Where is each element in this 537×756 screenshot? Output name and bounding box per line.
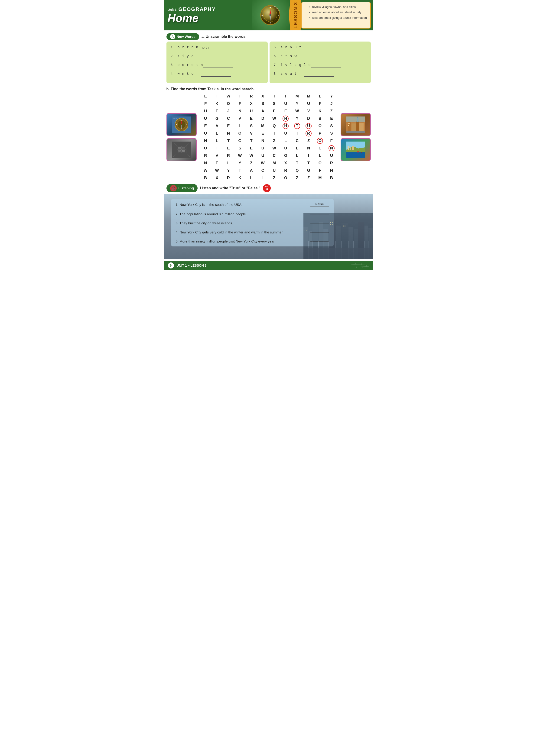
grid-cell: O xyxy=(223,100,234,107)
grid-cell: V xyxy=(211,152,223,159)
svg-rect-82 xyxy=(304,247,373,259)
grid-cell: G xyxy=(234,137,245,145)
grid-cell: T xyxy=(291,159,303,167)
grid-cell: E xyxy=(246,145,257,152)
objectives-box: review villages, towns, and citiesread a… xyxy=(301,2,371,28)
svg-rect-26 xyxy=(178,147,181,149)
question-text: 2. The population is around 8.4 million … xyxy=(176,212,310,216)
listening-header: 🎧 Listening Listen and write "True" or "… xyxy=(166,184,371,192)
grid-cell: B xyxy=(326,174,337,182)
grid-cell: V xyxy=(234,115,245,122)
svg-rect-81 xyxy=(345,226,346,226)
grid-cell: R xyxy=(303,130,314,137)
svg-rect-79 xyxy=(332,224,333,225)
answer-field[interactable]: False xyxy=(310,202,329,207)
svg-line-86 xyxy=(361,263,362,268)
scramble-word: 8. s e a t xyxy=(274,72,304,76)
grid-cell: H xyxy=(280,122,291,130)
new-words-badge: A New Words xyxy=(166,33,199,40)
section-b-header: b. Find the words from Task a. in the wo… xyxy=(166,87,371,91)
grid-cell: S xyxy=(257,100,268,107)
scramble-word: 3. e e r c t n xyxy=(171,63,203,67)
grid-cell: P xyxy=(314,130,326,137)
grid-cell: T xyxy=(268,93,280,100)
grid-cell: T xyxy=(223,137,234,145)
grid-cell: M xyxy=(303,93,314,100)
grid-cell: Y xyxy=(234,159,245,167)
listening-instruction: Listen and write "True" or "False." xyxy=(200,186,261,190)
circled-letter: N xyxy=(328,145,335,151)
objective-item: write an email giving a tourist informat… xyxy=(312,15,367,20)
grid-cell: C xyxy=(314,145,326,152)
grid-cell: R xyxy=(223,174,234,182)
grid-cell: Y xyxy=(291,100,303,107)
grid-cell: I xyxy=(268,130,280,137)
grid-cell: S xyxy=(234,145,245,152)
compass-photo: N S W E D L L xyxy=(166,113,197,136)
svg-line-85 xyxy=(355,263,356,268)
grid-cell: F xyxy=(314,100,326,107)
grid-cell: F xyxy=(314,167,326,174)
scramble-row: 1. o r t n h north xyxy=(171,45,264,50)
scramble-word: 7. i v l a g l e xyxy=(274,63,311,67)
grid-cell: N xyxy=(257,137,268,145)
svg-text:WB: WB xyxy=(265,186,268,188)
listening-section: 🎧 Listening Listen and write "True" or "… xyxy=(164,184,373,259)
grid-cell: B xyxy=(314,115,326,122)
grid-cell: E xyxy=(326,115,337,122)
grid-cell: C xyxy=(268,152,280,159)
grid-cell: Z xyxy=(268,174,280,182)
scramble-word: 6. e t s w xyxy=(274,54,304,58)
answer-field[interactable]: north xyxy=(201,45,231,50)
grid-cell: Z xyxy=(303,137,314,145)
svg-rect-74 xyxy=(306,230,307,231)
grid-cell: O xyxy=(280,152,291,159)
circled-letter: O xyxy=(317,138,323,144)
svg-rect-80 xyxy=(343,226,344,226)
grid-cell: R xyxy=(223,152,234,159)
question-text: 5. More than ninety million people visit… xyxy=(176,239,310,243)
svg-text:D L L: D L L xyxy=(173,118,177,120)
answer-field[interactable] xyxy=(304,71,334,77)
svg-rect-38 xyxy=(359,123,364,132)
grid-cell: J xyxy=(326,100,337,107)
objective-item: read an email about an island in Italy xyxy=(312,10,367,15)
wb-badge: WB 04 xyxy=(263,184,271,192)
grid-cell: Z xyxy=(268,137,280,145)
grid-cell: T xyxy=(234,93,245,100)
grid-cell: O xyxy=(314,159,326,167)
grid-cell: U xyxy=(200,145,211,152)
answer-field[interactable] xyxy=(201,71,231,77)
svg-text:320: 320 xyxy=(276,8,278,9)
grid-cell: Y xyxy=(223,167,234,174)
svg-text:340: 340 xyxy=(277,10,279,12)
grid-cell: C xyxy=(223,115,234,122)
grid-cell: O xyxy=(314,122,326,130)
grid-cell: I xyxy=(303,152,314,159)
answer-field[interactable] xyxy=(311,62,341,68)
grid-cell: H xyxy=(280,115,291,122)
grid-cell: M xyxy=(291,93,303,100)
svg-line-83 xyxy=(351,264,369,265)
home-title: Home xyxy=(168,13,248,24)
grid-cell: Q xyxy=(268,122,280,130)
grid-cell: U xyxy=(246,107,257,115)
grid-cell: N xyxy=(303,145,314,152)
answer-field[interactable] xyxy=(304,54,334,59)
question-text: 4. New York City gets very cold in the w… xyxy=(176,230,310,234)
svg-rect-41 xyxy=(348,124,349,124)
footer-label: UNIT 1 – LESSON 3 xyxy=(177,264,207,267)
grid-cell: D xyxy=(303,115,314,122)
listening-badge: 🎧 Listening xyxy=(166,184,198,192)
svg-rect-42 xyxy=(350,124,350,124)
answer-field[interactable] xyxy=(203,62,233,68)
question-text: 3. They built the city on three islands. xyxy=(176,221,310,225)
grid-cell: U xyxy=(257,152,268,159)
answer-field[interactable] xyxy=(201,54,231,59)
grid-cell: Q xyxy=(291,167,303,174)
svg-rect-73 xyxy=(305,230,305,231)
grid-cell: O xyxy=(280,174,291,182)
answer-field[interactable] xyxy=(304,45,334,50)
scramble-word: 4. w n t o xyxy=(171,72,201,76)
svg-rect-78 xyxy=(330,224,331,225)
